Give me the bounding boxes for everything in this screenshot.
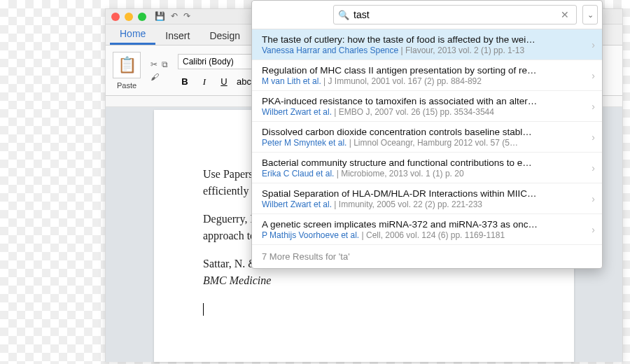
zoom-icon[interactable] — [138, 13, 146, 21]
result-item[interactable]: Bacterial community structure and functi… — [252, 153, 602, 183]
result-meta: P Mathijs Voorhoeve et al. | Cell, 2006 … — [262, 230, 580, 240]
clear-icon[interactable]: ✕ — [558, 9, 572, 20]
chevron-right-icon[interactable]: › — [592, 132, 595, 143]
font-selector[interactable]: Calibri (Body) — [178, 54, 255, 69]
redo-icon[interactable]: ↷ — [183, 11, 190, 21]
dropdown-toggle[interactable]: ⌄ — [582, 5, 598, 24]
search-field-wrap: 🔍 ✕ — [333, 5, 577, 24]
result-meta: Wilbert Zwart et al. | Immunity, 2005 vo… — [262, 199, 580, 209]
chevron-right-icon[interactable]: › — [592, 39, 595, 50]
result-meta: Peter M Smyntek et al. | Limnol Oceangr,… — [262, 137, 580, 148]
result-citation: | J Immunol, 2001 vol. 167 (2) pp. 884-8… — [323, 76, 482, 86]
chevron-right-icon[interactable]: › — [592, 70, 595, 81]
clipboard-mini: ✂ ⧉ 🖌 — [150, 59, 168, 82]
result-title: Bacterial community structure and functi… — [262, 158, 580, 168]
result-item[interactable]: Dissolved carbon dioxide concentration c… — [252, 122, 602, 153]
result-authors: Wilbert Zwart et al. — [262, 107, 334, 117]
result-title: Spatial Separation of HLA-DM/HLA-DR Inte… — [262, 188, 580, 199]
result-citation: | Cell, 2006 vol. 124 (6) pp. 1169-1181 — [362, 230, 505, 240]
chevron-right-icon[interactable]: › — [592, 101, 595, 112]
result-title: Regulation of MHC class II antigen prese… — [262, 65, 580, 76]
result-citation: | Flavour, 2013 vol. 2 (1) pp. 1-13 — [401, 46, 525, 55]
result-authors: Wilbert Zwart et al. — [262, 200, 334, 209]
chevron-down-icon: ⌄ — [587, 10, 594, 20]
result-citation: | Immunity, 2005 vol. 22 (2) pp. 221-233 — [334, 200, 482, 209]
italic-button[interactable]: I — [197, 76, 211, 88]
result-title: Dissolved carbon dioxide concentration c… — [262, 127, 580, 137]
tab-home[interactable]: Home — [110, 24, 155, 45]
text-cursor-icon — [203, 303, 204, 316]
strikethrough-button[interactable]: abc — [237, 76, 251, 88]
result-title: A genetic screen implicates miRNA-372 an… — [262, 219, 580, 230]
quick-access-toolbar: 💾 ↶ ↷ — [155, 11, 190, 21]
result-authors: P Mathijs Voorhoeve et al. — [262, 230, 362, 240]
doc-text-italic: BMC Medicine — [203, 274, 271, 286]
result-authors: M van Lith et al. — [262, 76, 323, 86]
paste-group: 📋 Paste — [113, 52, 141, 90]
result-citation: | EMBO J, 2007 vol. 26 (15) pp. 3534-354… — [334, 107, 494, 117]
paste-button[interactable]: 📋 — [113, 52, 141, 78]
format-buttons: B I U abc — [178, 76, 251, 88]
result-meta: Wilbert Zwart et al. | EMBO J, 2007 vol.… — [262, 106, 580, 117]
chevron-right-icon[interactable]: › — [592, 162, 595, 174]
result-meta: Vanessa Harrar and Charles Spence | Flav… — [262, 45, 580, 55]
bold-button[interactable]: B — [178, 76, 192, 88]
undo-icon[interactable]: ↶ — [171, 11, 178, 21]
result-item[interactable]: Regulation of MHC class II antigen prese… — [252, 60, 602, 91]
save-icon[interactable]: 💾 — [155, 11, 165, 21]
tab-design[interactable]: Design — [200, 26, 250, 45]
result-authors: Peter M Smyntek et al. — [262, 138, 349, 148]
underline-button[interactable]: U — [217, 76, 231, 88]
copy-icon[interactable]: ⧉ — [162, 59, 168, 69]
citation-popover: 🔍 ✕ ⌄ The taste of cutlery: how the tast… — [251, 0, 603, 269]
search-icon: 🔍 — [338, 10, 349, 20]
results-list: The taste of cutlery: how the taste of f… — [252, 29, 602, 245]
chevron-right-icon[interactable]: › — [592, 193, 595, 204]
result-authors: Erika C Claud et al. — [262, 169, 337, 178]
font-group: Calibri (Body) B I U abc — [178, 54, 255, 88]
result-authors: Vanessa Harrar and Charles Spence — [262, 46, 401, 55]
more-results[interactable]: 7 More Results for 'ta' — [252, 245, 602, 268]
paste-label: Paste — [117, 81, 136, 90]
result-item[interactable]: PKA-induced resistance to tamoxifen is a… — [252, 91, 602, 122]
result-item[interactable]: A genetic screen implicates miRNA-372 an… — [252, 214, 602, 245]
result-title: The taste of cutlery: how the taste of f… — [262, 34, 580, 45]
result-meta: Erika C Claud et al. | Microbiome, 2013 … — [262, 168, 580, 178]
result-citation: | Microbiome, 2013 vol. 1 (1) p. 20 — [337, 169, 464, 178]
popover-header: 🔍 ✕ ⌄ — [252, 1, 602, 29]
close-icon[interactable] — [111, 13, 120, 21]
result-item[interactable]: Spatial Separation of HLA-DM/HLA-DR Inte… — [252, 183, 602, 214]
result-title: PKA-induced resistance to tamoxifen is a… — [262, 96, 580, 106]
search-input[interactable] — [354, 6, 558, 23]
result-item[interactable]: The taste of cutlery: how the taste of f… — [252, 29, 602, 60]
minimize-icon[interactable] — [125, 13, 133, 21]
scissors-icon[interactable]: ✂ — [150, 59, 158, 69]
result-citation: | Limnol Oceangr, Hamburg 2012 vol. 57 (… — [349, 138, 518, 148]
chevron-right-icon[interactable]: › — [592, 224, 595, 235]
tab-insert[interactable]: Insert — [155, 26, 200, 45]
result-meta: M van Lith et al. | J Immunol, 2001 vol.… — [262, 76, 580, 86]
format-painter-icon[interactable]: 🖌 — [150, 72, 159, 82]
